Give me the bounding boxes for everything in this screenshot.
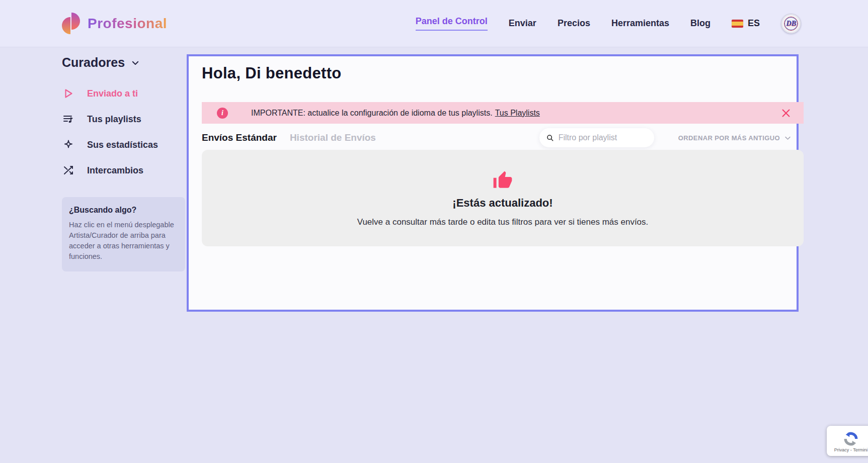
search-input[interactable] bbox=[559, 133, 647, 142]
nav-link-blog[interactable]: Blog bbox=[690, 18, 711, 29]
sidebar-role-dropdown[interactable]: Curadores bbox=[62, 55, 185, 70]
recaptcha-icon bbox=[844, 432, 858, 446]
info-box-title: ¿Buscando algo? bbox=[69, 206, 178, 215]
alert-banner: i IMPORTANTE: actualice la configuración… bbox=[202, 102, 804, 124]
brand-logo-icon bbox=[62, 13, 80, 35]
sort-label: ORDENAR POR MÁS ANTIGUO bbox=[678, 134, 780, 142]
tabs-row: Envíos Estándar Historial de Envíos ORDE… bbox=[202, 127, 792, 149]
sidebar-item-sus-estadisticas[interactable]: Sus estadísticas bbox=[62, 136, 185, 153]
sidebar-heading: Curadores bbox=[62, 55, 125, 70]
play-icon bbox=[62, 87, 75, 100]
avatar-initials: DB bbox=[786, 20, 796, 28]
user-avatar[interactable]: DB bbox=[781, 14, 801, 34]
empty-state-message: Vuelve a consultar más tarde o edita tus… bbox=[357, 217, 649, 227]
dashboard-card: Hola, Di benedetto i IMPORTANTE: actuali… bbox=[187, 54, 799, 312]
sidebar: Curadores Enviado a ti Tus playlists Sus… bbox=[62, 47, 185, 271]
brand-logo[interactable]: Profesional bbox=[62, 13, 167, 35]
alert-text: IMPORTANTE: actualice la configuración d… bbox=[251, 109, 540, 118]
playlist-filter[interactable] bbox=[539, 128, 654, 147]
sidebar-info-box: ¿Buscando algo? Haz clic en el menú desp… bbox=[62, 197, 185, 271]
sidebar-item-label: Intercambios bbox=[87, 165, 143, 176]
sparkle-icon bbox=[62, 138, 75, 151]
nav-link-panel-de-control[interactable]: Panel de Control bbox=[416, 16, 488, 31]
nav-link-enviar[interactable]: Enviar bbox=[509, 18, 536, 29]
sidebar-item-label: Sus estadísticas bbox=[87, 140, 158, 150]
tab-envios-estandar[interactable]: Envíos Estándar bbox=[202, 132, 277, 143]
empty-state-title: ¡Estás actualizado! bbox=[452, 197, 553, 210]
language-selector[interactable]: ES bbox=[732, 18, 760, 29]
sort-dropdown[interactable]: ORDENAR POR MÁS ANTIGUO bbox=[678, 134, 792, 142]
recaptcha-label[interactable]: Privacy - Termini bbox=[834, 447, 867, 452]
nav-link-herramientas[interactable]: Herramientas bbox=[611, 18, 669, 29]
brand-name: Profesional bbox=[88, 16, 167, 32]
shuffle-icon bbox=[62, 164, 75, 177]
alert-link-tus-playlists[interactable]: Tus Playlists bbox=[495, 109, 540, 117]
recaptcha-badge[interactable]: Privacy - Termini bbox=[827, 426, 868, 456]
playlist-icon bbox=[62, 113, 75, 126]
chevron-down-icon bbox=[784, 134, 792, 142]
sidebar-item-label: Tus playlists bbox=[87, 114, 141, 125]
sidebar-item-label: Enviado a ti bbox=[87, 88, 138, 99]
info-box-body: Haz clic en el menú desplegable Artista/… bbox=[69, 220, 178, 262]
chevron-down-icon bbox=[131, 58, 140, 67]
sidebar-item-enviado-a-ti[interactable]: Enviado a ti bbox=[62, 85, 185, 102]
search-icon bbox=[546, 134, 554, 142]
sidebar-item-tus-playlists[interactable]: Tus playlists bbox=[62, 111, 185, 128]
spain-flag-icon bbox=[732, 20, 743, 28]
sidebar-menu: Enviado a ti Tus playlists Sus estadísti… bbox=[62, 85, 185, 179]
thumbs-up-icon bbox=[492, 169, 513, 191]
tab-historial-de-envios[interactable]: Historial de Envíos bbox=[290, 132, 376, 143]
sidebar-item-intercambios[interactable]: Intercambios bbox=[62, 162, 185, 179]
language-code: ES bbox=[748, 18, 760, 29]
top-nav: Profesional Panel de Control Enviar Prec… bbox=[0, 0, 868, 47]
close-icon[interactable] bbox=[780, 108, 792, 119]
empty-state: ¡Estás actualizado! Vuelve a consultar m… bbox=[202, 150, 804, 246]
page-title: Hola, Di benedetto bbox=[202, 64, 342, 82]
info-icon: i bbox=[217, 108, 228, 119]
avatar-ring: DB bbox=[784, 17, 798, 31]
nav-link-precios[interactable]: Precios bbox=[558, 18, 590, 29]
